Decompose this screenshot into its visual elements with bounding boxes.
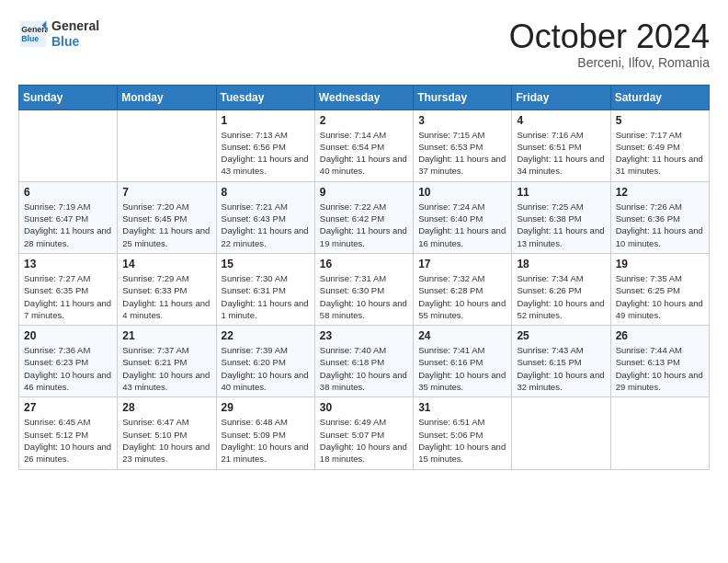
calendar-cell: 7Sunrise: 7:20 AMSunset: 6:45 PMDaylight… <box>118 181 216 253</box>
calendar-cell: 15Sunrise: 7:30 AMSunset: 6:31 PMDayligh… <box>216 253 314 325</box>
cell-info: Sunrise: 6:49 AMSunset: 5:07 PMDaylight:… <box>320 416 408 465</box>
day-number: 3 <box>418 114 506 127</box>
cell-info: Sunrise: 7:39 AMSunset: 6:20 PMDaylight:… <box>222 344 310 393</box>
day-number: 12 <box>616 186 704 199</box>
cell-info: Sunrise: 7:26 AMSunset: 6:36 PMDaylight:… <box>616 201 704 249</box>
calendar-cell: 22Sunrise: 7:39 AMSunset: 6:20 PMDayligh… <box>216 326 314 397</box>
calendar-cell <box>118 109 216 181</box>
title-block: October 2024 Berceni, Ilfov, Romania <box>509 18 710 70</box>
calendar-table: SundayMondayTuesdayWednesdayThursdayFrid… <box>18 85 710 470</box>
cell-info: Sunrise: 7:20 AMSunset: 6:45 PMDaylight:… <box>122 201 210 249</box>
calendar-cell: 29Sunrise: 6:48 AMSunset: 5:09 PMDayligh… <box>216 397 314 469</box>
weekday-header: Saturday <box>610 85 709 109</box>
weekday-header: Wednesday <box>314 85 413 109</box>
calendar-cell: 1Sunrise: 7:13 AMSunset: 6:56 PMDaylight… <box>216 109 314 181</box>
cell-info: Sunrise: 7:34 AMSunset: 6:26 PMDaylight:… <box>517 272 605 321</box>
calendar-week-row: 20Sunrise: 7:36 AMSunset: 6:23 PMDayligh… <box>19 326 710 397</box>
day-number: 2 <box>320 114 408 127</box>
day-number: 30 <box>320 401 408 414</box>
cell-info: Sunrise: 6:51 AMSunset: 5:06 PMDaylight:… <box>418 416 506 465</box>
calendar-cell: 2Sunrise: 7:14 AMSunset: 6:54 PMDaylight… <box>314 109 413 181</box>
calendar-cell <box>512 397 610 469</box>
day-number: 17 <box>418 258 506 270</box>
calendar-cell: 8Sunrise: 7:21 AMSunset: 6:43 PMDaylight… <box>216 181 314 253</box>
day-number: 21 <box>122 329 210 342</box>
calendar-week-row: 6Sunrise: 7:19 AMSunset: 6:47 PMDaylight… <box>19 181 710 253</box>
calendar-cell: 27Sunrise: 6:45 AMSunset: 5:12 PMDayligh… <box>19 397 118 469</box>
day-number: 10 <box>418 186 506 199</box>
calendar-cell: 31Sunrise: 6:51 AMSunset: 5:06 PMDayligh… <box>414 397 512 469</box>
day-number: 20 <box>24 329 112 342</box>
day-number: 1 <box>222 114 310 127</box>
cell-info: Sunrise: 7:27 AMSunset: 6:35 PMDaylight:… <box>24 272 112 321</box>
logo-blue: Blue <box>51 34 99 50</box>
calendar-cell: 12Sunrise: 7:26 AMSunset: 6:36 PMDayligh… <box>610 181 709 253</box>
cell-info: Sunrise: 6:45 AMSunset: 5:12 PMDaylight:… <box>24 416 112 465</box>
day-number: 15 <box>222 258 310 270</box>
day-number: 31 <box>418 401 506 414</box>
logo-icon: General Blue <box>18 19 48 49</box>
location-subtitle: Berceni, Ilfov, Romania <box>509 55 710 70</box>
weekday-header: Sunday <box>19 85 118 109</box>
calendar-cell: 17Sunrise: 7:32 AMSunset: 6:28 PMDayligh… <box>414 253 512 325</box>
cell-info: Sunrise: 7:41 AMSunset: 6:16 PMDaylight:… <box>418 344 506 393</box>
day-number: 5 <box>616 114 704 127</box>
calendar-cell: 28Sunrise: 6:47 AMSunset: 5:10 PMDayligh… <box>118 397 216 469</box>
calendar-cell: 24Sunrise: 7:41 AMSunset: 6:16 PMDayligh… <box>414 326 512 397</box>
calendar-cell: 13Sunrise: 7:27 AMSunset: 6:35 PMDayligh… <box>19 253 118 325</box>
cell-info: Sunrise: 7:24 AMSunset: 6:40 PMDaylight:… <box>418 201 506 249</box>
day-number: 7 <box>122 186 210 199</box>
month-title: October 2024 <box>509 18 710 55</box>
day-number: 14 <box>122 258 210 270</box>
day-number: 28 <box>122 401 210 414</box>
weekday-header: Friday <box>512 85 610 109</box>
calendar-week-row: 27Sunrise: 6:45 AMSunset: 5:12 PMDayligh… <box>19 397 710 469</box>
cell-info: Sunrise: 7:32 AMSunset: 6:28 PMDaylight:… <box>418 272 506 321</box>
cell-info: Sunrise: 7:25 AMSunset: 6:38 PMDaylight:… <box>517 201 605 249</box>
calendar-cell: 21Sunrise: 7:37 AMSunset: 6:21 PMDayligh… <box>118 326 216 397</box>
cell-info: Sunrise: 7:21 AMSunset: 6:43 PMDaylight:… <box>222 201 310 249</box>
weekday-header: Monday <box>118 85 216 109</box>
day-number: 24 <box>418 329 506 342</box>
cell-info: Sunrise: 7:19 AMSunset: 6:47 PMDaylight:… <box>24 201 112 249</box>
day-number: 27 <box>24 401 112 414</box>
calendar-week-row: 1Sunrise: 7:13 AMSunset: 6:56 PMDaylight… <box>19 109 710 181</box>
calendar-cell: 23Sunrise: 7:40 AMSunset: 6:18 PMDayligh… <box>314 326 413 397</box>
calendar-cell: 5Sunrise: 7:17 AMSunset: 6:49 PMDaylight… <box>610 109 709 181</box>
cell-info: Sunrise: 7:31 AMSunset: 6:30 PMDaylight:… <box>320 272 408 321</box>
day-number: 4 <box>517 114 605 127</box>
calendar-cell: 10Sunrise: 7:24 AMSunset: 6:40 PMDayligh… <box>414 181 512 253</box>
logo-general: General <box>51 18 99 34</box>
calendar-cell: 18Sunrise: 7:34 AMSunset: 6:26 PMDayligh… <box>512 253 610 325</box>
day-number: 26 <box>616 329 704 342</box>
calendar-cell: 14Sunrise: 7:29 AMSunset: 6:33 PMDayligh… <box>118 253 216 325</box>
day-number: 13 <box>24 258 112 270</box>
cell-info: Sunrise: 7:35 AMSunset: 6:25 PMDaylight:… <box>616 272 704 321</box>
day-number: 25 <box>517 329 605 342</box>
cell-info: Sunrise: 7:15 AMSunset: 6:53 PMDaylight:… <box>418 129 506 178</box>
cell-info: Sunrise: 7:43 AMSunset: 6:15 PMDaylight:… <box>517 344 605 393</box>
weekday-header: Thursday <box>414 85 512 109</box>
cell-info: Sunrise: 7:29 AMSunset: 6:33 PMDaylight:… <box>122 272 210 321</box>
day-number: 16 <box>320 258 408 270</box>
day-number: 11 <box>517 186 605 199</box>
cell-info: Sunrise: 7:36 AMSunset: 6:23 PMDaylight:… <box>24 344 112 393</box>
calendar-cell: 26Sunrise: 7:44 AMSunset: 6:13 PMDayligh… <box>610 326 709 397</box>
calendar-cell: 25Sunrise: 7:43 AMSunset: 6:15 PMDayligh… <box>512 326 610 397</box>
cell-info: Sunrise: 7:14 AMSunset: 6:54 PMDaylight:… <box>320 129 408 178</box>
logo: General Blue General Blue <box>18 18 99 50</box>
svg-text:Blue: Blue <box>21 34 39 43</box>
cell-info: Sunrise: 7:30 AMSunset: 6:31 PMDaylight:… <box>222 272 310 321</box>
calendar-cell: 11Sunrise: 7:25 AMSunset: 6:38 PMDayligh… <box>512 181 610 253</box>
calendar-cell: 9Sunrise: 7:22 AMSunset: 6:42 PMDaylight… <box>314 181 413 253</box>
calendar-cell: 6Sunrise: 7:19 AMSunset: 6:47 PMDaylight… <box>19 181 118 253</box>
cell-info: Sunrise: 7:16 AMSunset: 6:51 PMDaylight:… <box>517 129 605 178</box>
day-number: 9 <box>320 186 408 199</box>
day-number: 19 <box>616 258 704 270</box>
cell-info: Sunrise: 7:13 AMSunset: 6:56 PMDaylight:… <box>222 129 310 178</box>
cell-info: Sunrise: 6:48 AMSunset: 5:09 PMDaylight:… <box>222 416 310 465</box>
calendar-cell: 20Sunrise: 7:36 AMSunset: 6:23 PMDayligh… <box>19 326 118 397</box>
day-number: 6 <box>24 186 112 199</box>
cell-info: Sunrise: 7:37 AMSunset: 6:21 PMDaylight:… <box>122 344 210 393</box>
day-number: 29 <box>222 401 310 414</box>
